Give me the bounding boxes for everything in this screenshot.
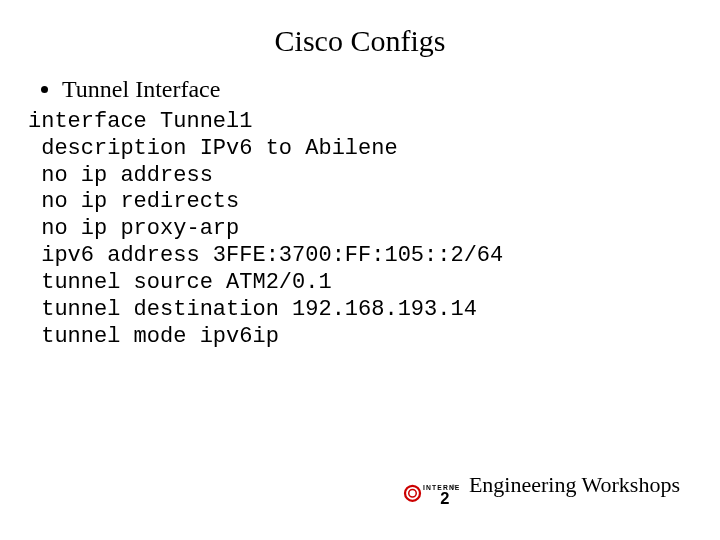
svg-text:2: 2 — [440, 489, 449, 504]
svg-point-1 — [409, 490, 417, 498]
slide: Cisco Configs Tunnel Interface interface… — [0, 0, 720, 540]
code-line: no ip redirects — [28, 189, 239, 214]
config-code: interface Tunnel1 description IPv6 to Ab… — [28, 109, 696, 350]
bullet-list: Tunnel Interface — [42, 76, 696, 103]
footer-label: Engineering Workshops — [469, 472, 680, 498]
code-line: description IPv6 to Abilene — [28, 136, 398, 161]
code-line: tunnel destination 192.168.193.14 — [28, 297, 477, 322]
svg-point-0 — [405, 486, 420, 501]
code-line: no ip address — [28, 163, 213, 188]
bullet-item: Tunnel Interface — [62, 76, 696, 103]
code-line: ipv6 address 3FFE:3700:FF:105::2/64 — [28, 243, 503, 268]
code-line: tunnel mode ipv6ip — [28, 324, 279, 349]
code-line: interface Tunnel1 — [28, 109, 252, 134]
page-title: Cisco Configs — [24, 24, 696, 58]
footer: INTERNET 2 ® Engineering Workshops — [399, 466, 680, 504]
code-line: tunnel source ATM2/0.1 — [28, 270, 332, 295]
code-line: no ip proxy-arp — [28, 216, 239, 241]
internet2-logo-icon: INTERNET 2 ® — [399, 466, 459, 504]
